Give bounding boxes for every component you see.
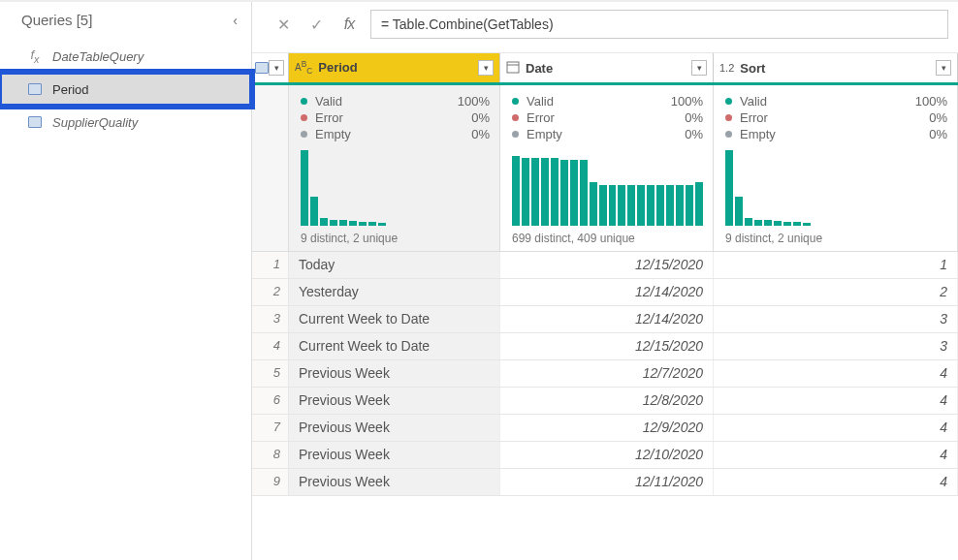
- cell-date[interactable]: 12/14/2020: [500, 279, 714, 305]
- query-item-label: DateTableQuery: [52, 49, 144, 64]
- table-options-button[interactable]: ▾: [252, 53, 289, 82]
- cell-date[interactable]: 12/14/2020: [500, 306, 714, 332]
- cell-date[interactable]: 12/15/2020: [500, 333, 714, 359]
- formula-bar: ✕ ✓ fx: [252, 2, 958, 53]
- cell-date[interactable]: 12/7/2020: [500, 360, 714, 387]
- column-filter-sort[interactable]: ▾: [936, 60, 951, 76]
- cell-sort[interactable]: 4: [714, 442, 958, 468]
- cell-period[interactable]: Previous Week: [289, 360, 500, 387]
- table-row[interactable]: 8Previous Week12/10/20204: [252, 442, 958, 469]
- cell-period[interactable]: Yesterday: [289, 279, 500, 305]
- cell-sort[interactable]: 3: [714, 333, 958, 359]
- date-type-icon: [506, 60, 520, 76]
- cell-date[interactable]: 12/8/2020: [500, 388, 714, 414]
- quality-date: Valid100% Error0% Empty0% 699 distinct, …: [500, 85, 714, 251]
- row-number: 1: [252, 252, 289, 278]
- table-row[interactable]: 9Previous Week12/11/20204: [252, 469, 958, 496]
- cell-sort[interactable]: 4: [714, 388, 958, 414]
- column-header-date[interactable]: Date ▾: [500, 53, 714, 82]
- formula-input[interactable]: [370, 10, 948, 39]
- fx-icon[interactable]: fx: [337, 13, 361, 36]
- empty-dot-icon: [725, 131, 732, 138]
- cell-sort[interactable]: 2: [714, 279, 958, 305]
- query-item-label: Period: [52, 82, 89, 97]
- row-number: 3: [252, 306, 289, 332]
- distribution-chart-sort: [725, 150, 947, 226]
- collapse-queries-icon[interactable]: ‹: [233, 13, 238, 28]
- table-row[interactable]: 5Previous Week12/7/20204: [252, 360, 958, 388]
- number-type-icon: 1.2: [719, 62, 734, 74]
- column-header-sort[interactable]: 1.2 Sort ▾: [714, 53, 958, 82]
- valid-dot-icon: [512, 98, 519, 105]
- cancel-formula-button[interactable]: ✕: [271, 13, 295, 36]
- queries-title: Queries [5]: [21, 12, 92, 28]
- cell-sort[interactable]: 4: [714, 360, 958, 387]
- queries-panel: Queries [5] ‹ fxDateTableQueryPeriodSupp…: [0, 2, 252, 560]
- cell-period[interactable]: Previous Week: [289, 388, 500, 414]
- column-filter-date[interactable]: ▾: [691, 60, 707, 76]
- column-header-period[interactable]: ABC Period ▾: [289, 53, 500, 82]
- row-number: 8: [252, 442, 289, 468]
- cell-sort[interactable]: 1: [714, 252, 958, 278]
- cell-period[interactable]: Previous Week: [289, 415, 500, 441]
- cell-sort[interactable]: 4: [714, 415, 958, 441]
- query-item-supplierquality[interactable]: SupplierQuality: [0, 106, 251, 139]
- row-number: 9: [252, 469, 289, 495]
- table-row[interactable]: 2Yesterday12/14/20202: [252, 279, 958, 306]
- row-number: 6: [252, 388, 289, 414]
- table-row[interactable]: 4Current Week to Date12/15/20203: [252, 333, 958, 360]
- empty-dot-icon: [301, 131, 307, 138]
- cell-date[interactable]: 12/11/2020: [500, 469, 714, 495]
- row-number: 4: [252, 333, 289, 359]
- function-icon: fx: [27, 48, 43, 64]
- cell-date[interactable]: 12/15/2020: [500, 252, 714, 278]
- cell-period[interactable]: Previous Week: [289, 442, 500, 468]
- cell-date[interactable]: 12/10/2020: [500, 442, 714, 468]
- cell-date[interactable]: 12/9/2020: [500, 415, 714, 441]
- valid-dot-icon: [301, 98, 307, 105]
- table-row[interactable]: 6Previous Week12/8/20204: [252, 388, 958, 415]
- column-filter-period[interactable]: ▾: [478, 60, 494, 76]
- distribution-chart-date: [512, 150, 703, 226]
- svg-rect-0: [507, 62, 519, 73]
- table-row[interactable]: 1Today12/15/20201: [252, 252, 958, 279]
- error-dot-icon: [301, 114, 307, 121]
- distribution-chart-period: [301, 150, 490, 226]
- table-icon: [27, 114, 43, 130]
- quality-period: Valid100% Error0% Empty0% 9 distinct, 2 …: [289, 85, 500, 251]
- column-quality-panel: Valid100% Error0% Empty0% 9 distinct, 2 …: [252, 85, 958, 252]
- table-row[interactable]: 3Current Week to Date12/14/20203: [252, 306, 958, 333]
- row-number: 7: [252, 415, 289, 441]
- empty-dot-icon: [512, 131, 519, 138]
- cell-period[interactable]: Current Week to Date: [289, 306, 500, 332]
- table-icon: [27, 81, 43, 97]
- data-grid[interactable]: 1Today12/15/202012Yesterday12/14/202023C…: [252, 252, 958, 496]
- cell-sort[interactable]: 3: [714, 306, 958, 332]
- cell-period[interactable]: Previous Week: [289, 469, 500, 495]
- row-number: 5: [252, 360, 289, 387]
- cell-sort[interactable]: 4: [714, 469, 958, 495]
- query-item-label: SupplierQuality: [52, 115, 138, 130]
- row-number: 2: [252, 279, 289, 305]
- error-dot-icon: [512, 114, 519, 121]
- quality-sort: Valid100% Error0% Empty0% 9 distinct, 2 …: [714, 85, 958, 251]
- query-item-period[interactable]: Period: [0, 73, 251, 106]
- table-row[interactable]: 7Previous Week12/9/20204: [252, 415, 958, 442]
- query-item-datetablequery[interactable]: fxDateTableQuery: [0, 40, 251, 73]
- cell-period[interactable]: Today: [289, 252, 500, 278]
- valid-dot-icon: [725, 98, 732, 105]
- cell-period[interactable]: Current Week to Date: [289, 333, 500, 359]
- text-type-icon: ABC: [295, 59, 312, 76]
- commit-formula-button[interactable]: ✓: [304, 13, 328, 36]
- error-dot-icon: [725, 114, 732, 121]
